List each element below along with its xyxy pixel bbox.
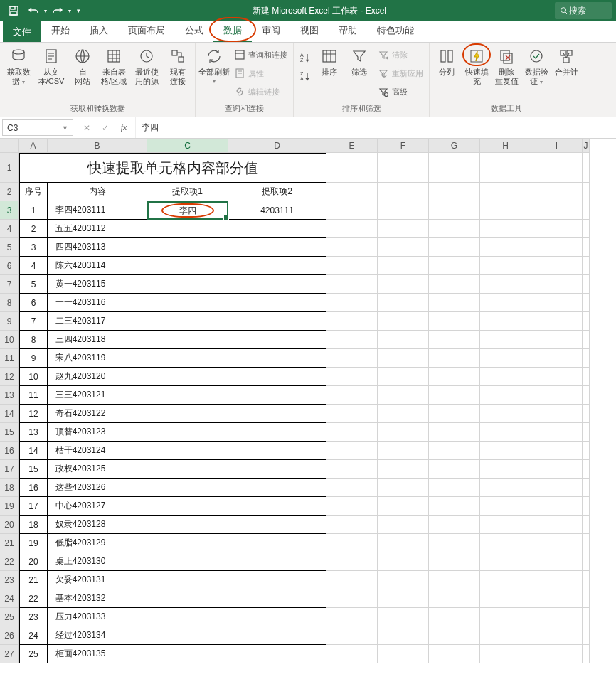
cell[interactable] [378,442,429,460]
cell[interactable] [480,405,531,423]
cell[interactable] [378,238,429,257]
cell[interactable] [147,331,228,349]
data-validation-button[interactable]: 数据验证 ▾ [522,45,551,102]
row-header-12[interactable]: 12 [0,368,19,386]
cell[interactable] [480,312,531,331]
tab-help[interactable]: 帮助 [329,20,367,42]
cell[interactable] [378,275,429,294]
cell[interactable] [147,312,228,331]
cell[interactable] [378,608,429,626]
selected-cell[interactable]: 李四 [147,201,228,220]
clear-filter-button[interactable]: 清除 [375,46,426,63]
cell[interactable] [147,571,228,589]
cell[interactable] [429,368,480,386]
cell[interactable] [228,534,326,552]
cell[interactable] [228,571,326,589]
cell[interactable] [326,294,378,312]
cell[interactable] [583,608,590,626]
row-header-5[interactable]: 5 [0,238,19,257]
save-button[interactable] [4,1,23,20]
cell[interactable] [378,645,429,663]
cell[interactable] [429,423,480,442]
undo-button[interactable] [24,1,43,20]
cell[interactable] [583,238,590,257]
cell[interactable] [531,589,583,608]
cell[interactable] [583,294,590,312]
col-header-B[interactable]: B [48,139,147,153]
cell[interactable] [429,497,480,516]
cell[interactable]: 李四4203111 [48,201,147,220]
col-header-H[interactable]: H [480,139,531,153]
cell[interactable] [147,608,228,626]
cell[interactable]: 2 [19,220,48,238]
cell[interactable] [326,516,378,534]
cell[interactable] [429,386,480,405]
cell[interactable]: 基本4203132 [48,589,147,608]
cell[interactable] [583,201,590,220]
cell[interactable] [378,153,429,183]
cell[interactable] [429,275,480,294]
cell[interactable]: 三四4203118 [48,331,147,349]
cell[interactable] [531,423,583,442]
cell[interactable] [228,423,326,442]
cell[interactable]: 枯干4203124 [48,442,147,460]
cell[interactable] [326,626,378,645]
cell[interactable] [326,608,378,626]
existing-conn-button[interactable]: 现有连接 [164,45,192,102]
accept-formula-button[interactable]: ✓ [98,123,112,133]
row-header-3[interactable]: 3 [0,201,19,220]
cell[interactable] [228,608,326,626]
cell[interactable]: 五五4203112 [48,220,147,238]
cell[interactable] [429,608,480,626]
cell[interactable] [531,608,583,626]
row-header-11[interactable]: 11 [0,349,19,368]
cell[interactable] [147,294,228,312]
redo-dropdown[interactable]: ▾ [68,8,71,14]
cell[interactable] [326,589,378,608]
cell[interactable] [583,571,590,589]
cell[interactable]: 17 [19,497,48,516]
cell[interactable] [326,331,378,349]
cell[interactable] [480,386,531,405]
cell[interactable] [326,220,378,238]
cell[interactable]: 中心4203127 [48,497,147,516]
redo-button[interactable] [48,1,67,20]
cell[interactable] [429,183,480,201]
advanced-filter-button[interactable]: 高级 [375,83,426,100]
cell[interactable] [429,645,480,663]
cell[interactable] [531,552,583,571]
cell[interactable]: 欠妥4203131 [48,571,147,589]
undo-dropdown[interactable]: ▾ [44,8,47,14]
cell[interactable] [147,479,228,497]
cell[interactable] [583,626,590,645]
cell[interactable]: 陈六4203114 [48,257,147,275]
cell[interactable] [147,368,228,386]
cell[interactable] [147,405,228,423]
cell[interactable] [531,405,583,423]
cell[interactable] [378,220,429,238]
cell[interactable] [147,645,228,663]
cell[interactable] [378,368,429,386]
cell[interactable]: 奇石4203122 [48,405,147,423]
cell[interactable] [583,552,590,571]
tab-home[interactable]: 开始 [41,20,80,42]
row-header-16[interactable]: 16 [0,442,19,460]
cell[interactable]: 政权4203125 [48,460,147,479]
col-header-E[interactable]: E [326,139,378,153]
col-header-I[interactable]: I [531,139,583,153]
cell[interactable] [378,331,429,349]
cell[interactable] [583,368,590,386]
cell[interactable] [429,349,480,368]
cell[interactable]: 四四4203113 [48,238,147,257]
cell[interactable] [583,479,590,497]
cell[interactable] [429,257,480,275]
cell[interactable] [531,238,583,257]
cell[interactable] [429,552,480,571]
cell[interactable] [531,534,583,552]
cell[interactable] [480,220,531,238]
cell[interactable] [429,331,480,349]
cell[interactable]: 3 [19,238,48,257]
cell[interactable] [531,153,583,183]
row-header-25[interactable]: 25 [0,608,19,626]
cell[interactable] [531,571,583,589]
